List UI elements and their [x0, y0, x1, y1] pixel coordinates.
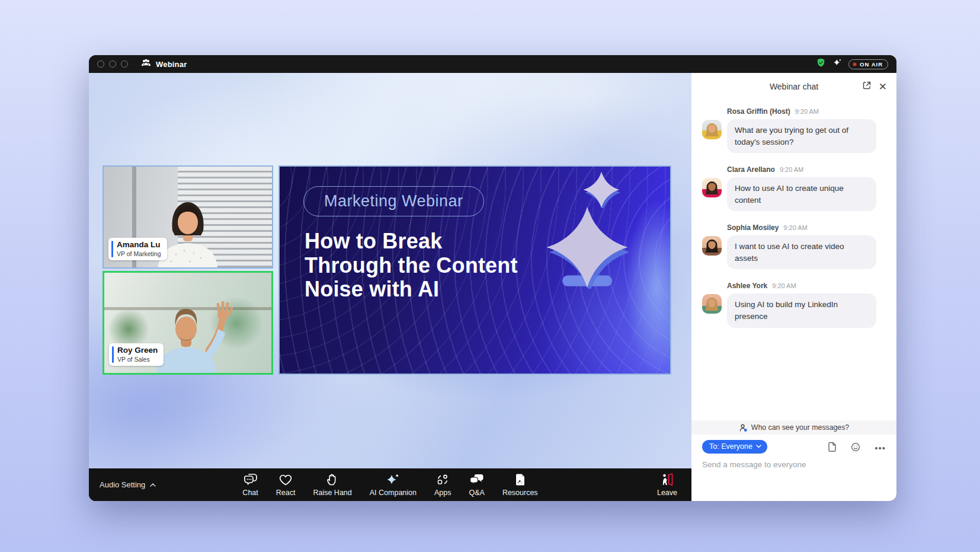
desktop-background: Webinar ON AIR [0, 0, 980, 552]
leave-label: Leave [657, 489, 677, 497]
react-button[interactable]: React [276, 473, 296, 497]
security-shield-icon[interactable] [816, 58, 826, 71]
toolbar-button-label: React [276, 489, 296, 497]
on-air-label: ON AIR [860, 61, 883, 68]
meeting-toolbar: Audio Setting Chat [89, 468, 691, 501]
apps-icon [435, 473, 450, 487]
slide-badge: Marketing Webinar [303, 186, 484, 216]
webinar-window: Webinar ON AIR [89, 55, 896, 501]
slide-star-decor [546, 206, 629, 289]
more-options-icon[interactable]: ••• [875, 443, 886, 453]
nametag-amanda: Amanda Lu VP of Marketing [108, 238, 167, 260]
recipient-label: To: Everyone [709, 442, 752, 451]
chat-message: Sophia Mosiley 9:20 AM I want to use AI … [702, 224, 886, 269]
toolbar-center-group: Chat React Raise Hand [89, 473, 691, 497]
speaker-name: Amanda Lu [117, 240, 161, 250]
message-sender: Ashlee York [727, 282, 767, 290]
message-time: 9:20 AM [780, 166, 803, 173]
shared-slide[interactable]: Marketing Webinar How to Break Through t… [278, 165, 671, 375]
message-bubble: I want to use AI to create video assets [727, 235, 876, 269]
resources-icon [513, 473, 527, 487]
toolbar-button-label: Resources [502, 489, 538, 497]
toolbar-button-label: AI Companion [370, 489, 417, 497]
message-time: 9:20 AM [772, 282, 796, 289]
qa-button[interactable]: Q&A [469, 473, 484, 497]
heart-icon [278, 473, 293, 487]
chat-message: Ashlee York 9:20 AM Using AI to build my… [702, 282, 886, 327]
participants-icon [141, 59, 151, 69]
message-input[interactable]: Send a message to everyone [702, 460, 886, 469]
recipient-selector[interactable]: To: Everyone [702, 440, 767, 454]
chat-message-list[interactable]: Rosa Griffin (Host) 9:20 AM What are you… [691, 100, 896, 420]
ai-companion-button[interactable]: AI Companion [370, 473, 417, 497]
qa-icon [469, 473, 485, 487]
chat-message: Clara Arellano 9:20 AM How to use AI to … [702, 165, 886, 211]
avatar [702, 236, 722, 256]
message-time: 9:20 AM [795, 108, 819, 115]
apps-button[interactable]: Apps [434, 473, 451, 497]
toolbar-button-label: Q&A [469, 489, 484, 497]
on-air-dot [853, 62, 857, 66]
message-bubble: How to use AI to create unique content [727, 177, 876, 211]
nametag-roy: Roy Green VP of Sales [109, 343, 164, 366]
webinar-stage: Amanda Lu VP of Marketing [89, 73, 691, 501]
video-tile-amanda[interactable]: Amanda Lu VP of Marketing [103, 165, 273, 269]
message-sender: Rosa Griffin (Host) [727, 107, 790, 116]
speaker-title: VP of Sales [117, 356, 158, 363]
resources-button[interactable]: Resources [502, 473, 538, 497]
window-content: Amanda Lu VP of Marketing [89, 73, 896, 501]
minimize-window-button[interactable] [109, 60, 116, 68]
visibility-note: Who can see your messages? [751, 423, 849, 432]
chat-icon [243, 473, 258, 487]
popout-chat-icon[interactable] [862, 81, 872, 92]
video-tile-roy[interactable]: Roy Green VP of Sales [103, 271, 273, 375]
speaker-title: VP of Marketing [117, 250, 161, 257]
message-visibility-bar[interactable]: Who can see your messages? [691, 420, 896, 435]
chat-message: Rosa Griffin (Host) 9:20 AM What are you… [702, 107, 886, 153]
ai-companion-icon [385, 473, 401, 487]
message-sender: Sophia Mosiley [727, 224, 779, 232]
raise-hand-button[interactable]: Raise Hand [313, 473, 351, 497]
zoom-window-button[interactable] [121, 60, 128, 68]
webinar-chat-panel: Webinar chat ✕ [691, 73, 896, 501]
close-window-button[interactable] [97, 60, 104, 68]
traffic-lights [97, 60, 128, 68]
emoji-icon[interactable] [851, 442, 860, 454]
slide-star-decor [583, 171, 620, 208]
titlebar-status-icons: ON AIR [816, 58, 888, 71]
ai-sparkle-icon[interactable] [832, 58, 843, 71]
message-time: 9:20 AM [783, 224, 807, 231]
attach-file-icon[interactable] [828, 442, 837, 454]
message-bubble: What are you trying to get out of today'… [727, 119, 876, 153]
window-titlebar: Webinar ON AIR [89, 55, 896, 73]
leave-button[interactable]: Leave [657, 473, 677, 497]
toolbar-button-label: Apps [434, 489, 451, 497]
chat-button[interactable]: Chat [242, 473, 258, 497]
chat-panel-title: Webinar chat [770, 82, 818, 91]
avatar [702, 178, 722, 197]
toolbar-button-label: Raise Hand [313, 489, 351, 497]
who-can-see-icon [739, 423, 748, 432]
message-bubble: Using AI to build my LinkedIn presence [727, 293, 876, 327]
app-identity: Webinar [141, 59, 187, 69]
avatar [702, 120, 722, 139]
avatar [702, 294, 722, 314]
slide-heading: How to Break Through the Content Noise w… [305, 229, 518, 302]
close-chat-icon[interactable]: ✕ [879, 82, 887, 92]
window-title: Webinar [156, 60, 187, 69]
leave-icon [659, 473, 675, 487]
chat-header: Webinar chat ✕ [691, 73, 896, 100]
message-sender: Clara Arellano [727, 165, 775, 174]
chat-compose-area: To: Everyone ••• Send a message to every… [691, 435, 896, 501]
toolbar-button-label: Chat [242, 489, 258, 497]
speaker-name: Roy Green [117, 346, 158, 356]
raise-hand-icon [325, 473, 340, 487]
on-air-badge: ON AIR [848, 59, 888, 69]
chevron-down-icon [756, 445, 761, 448]
